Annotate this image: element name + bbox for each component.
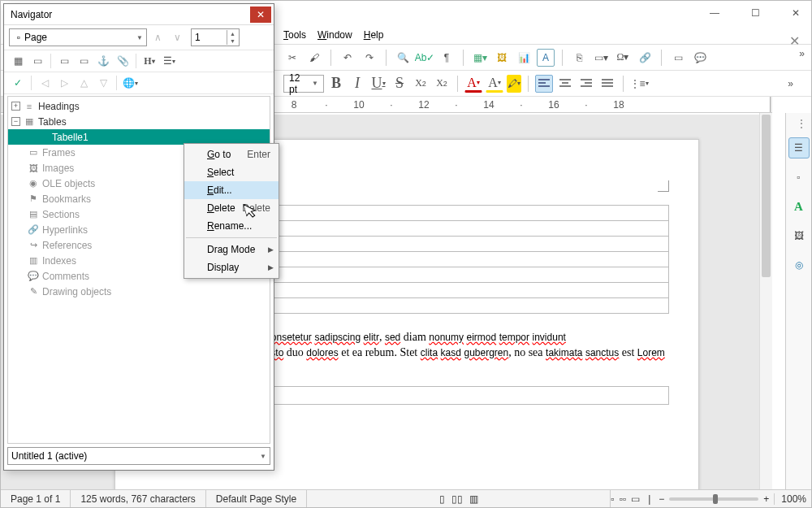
drag-mode-icon[interactable]: 🌐▾ (121, 74, 139, 92)
navigator-document-combo[interactable]: Untitled 1 (active)▼ (7, 447, 270, 465)
paintbrush-icon[interactable]: 🖌 (305, 49, 323, 67)
window-maximize-button[interactable]: ☐ (743, 3, 767, 23)
navigator-close-button[interactable]: ✕ (250, 7, 271, 23)
status-page[interactable]: Page 1 of 1 (1, 490, 71, 507)
status-view-multi-icon[interactable]: ▯▯ (451, 493, 463, 505)
heading-levels-icon[interactable]: H▾ (140, 52, 158, 70)
superscript-button[interactable]: X2 (412, 75, 430, 93)
menu-tools[interactable]: Tools (283, 29, 306, 41)
move-down-icon[interactable]: ▽ (94, 74, 112, 92)
sidebar-menu-icon[interactable]: ⋮ (797, 118, 811, 129)
tree-tables[interactable]: −▦ Tables (8, 114, 270, 129)
insert-chart-icon[interactable]: 📊 (515, 49, 533, 67)
formatting-marks-icon[interactable]: ¶ (438, 49, 456, 67)
window-minimize-button[interactable]: — (702, 3, 727, 23)
ctx-edit[interactable]: Edit... (184, 181, 279, 199)
properties-panel-icon[interactable]: ☰ (788, 137, 810, 158)
header-icon[interactable]: ▭ (55, 52, 73, 70)
layout-multi-icon[interactable]: ▫▫ (620, 493, 627, 505)
zoom-out-button[interactable]: − (659, 493, 664, 505)
special-char-icon[interactable]: Ω▾ (614, 49, 632, 67)
styles-panel-icon[interactable]: A (788, 196, 810, 217)
insert-image-icon[interactable]: 🖼 (493, 49, 511, 67)
menu-window[interactable]: Window (317, 29, 352, 41)
zoom-percent[interactable]: 100% (774, 493, 806, 505)
font-size-value: 12 pt (289, 72, 309, 95)
context-menu: Go toEnter Select Edit... DeleteDelete R… (184, 143, 279, 279)
ruler-tick: · (310, 99, 343, 111)
justify-button[interactable] (598, 75, 616, 93)
footer-icon[interactable]: ▭ (75, 52, 93, 70)
reminder-icon[interactable]: 📎 (114, 52, 132, 70)
ruler-tick: 8 (278, 99, 310, 111)
align-left-button[interactable] (535, 75, 553, 93)
page-break-icon[interactable]: ⎘ (570, 49, 588, 67)
char-highlight-button[interactable]: A▾ (486, 75, 503, 93)
menu-help[interactable]: Help (364, 29, 384, 41)
list-box-icon[interactable]: ☰▾ (160, 52, 178, 70)
window-close-button[interactable]: ✕ (784, 3, 808, 23)
italic-button[interactable]: I (348, 75, 366, 93)
status-wordcount[interactable]: 125 words, 767 characters (71, 490, 205, 507)
align-right-button[interactable] (577, 75, 595, 93)
tree-headings[interactable]: +≡ Headings (8, 98, 270, 114)
insert-field-icon[interactable]: ▭▾ (592, 49, 610, 67)
toolbar-more-icon[interactable]: » (799, 48, 805, 59)
ruler-tick: · (375, 99, 408, 111)
redo-icon[interactable]: ↷ (361, 49, 378, 67)
toggle-master-icon[interactable]: ▭ (28, 52, 46, 70)
anchor-icon[interactable]: ⚓ (94, 52, 112, 70)
font-size-combo[interactable]: 12 pt▼ (283, 75, 324, 93)
comment-icon[interactable]: 💬 (691, 49, 709, 67)
status-pagestyle[interactable]: Default Page Style (206, 490, 307, 507)
ruler-tick: 12 (408, 99, 440, 111)
move-up-icon[interactable]: △ (75, 74, 93, 92)
ruler-tick: 18 (603, 99, 635, 111)
navigator-titlebar[interactable]: Navigator ✕ (4, 4, 274, 25)
ctx-select[interactable]: Select (184, 163, 279, 181)
zoom-slider[interactable] (669, 497, 758, 501)
nav-prev-button[interactable]: ∧ (149, 28, 166, 46)
footnote-icon[interactable]: ▭ (669, 49, 687, 67)
tree-drawing[interactable]: ✎Drawing objects (8, 284, 270, 299)
hyperlink-icon[interactable]: 🔗 (636, 49, 654, 67)
move-right-icon[interactable]: ▷ (55, 74, 73, 92)
align-center-button[interactable] (556, 75, 574, 93)
layout-book-icon[interactable]: ▭ (631, 493, 640, 505)
cut-icon[interactable]: ✂ (283, 49, 301, 67)
vertical-scrollbar[interactable] (759, 113, 772, 489)
insert-table-icon[interactable]: ▦▾ (471, 49, 489, 67)
undo-icon[interactable]: ↶ (339, 49, 356, 67)
ctx-delete[interactable]: DeleteDelete (184, 199, 279, 217)
navigator-panel-icon[interactable]: ◎ (788, 254, 810, 276)
subscript-button[interactable]: X2 (433, 75, 451, 93)
find-icon[interactable]: 🔍 (394, 49, 412, 67)
page-number-spinner[interactable]: 1 ▲▼ (191, 28, 240, 46)
strike-button[interactable]: S (391, 75, 408, 93)
ctx-goto[interactable]: Go toEnter (184, 145, 279, 163)
gallery-panel-icon[interactable]: 🖼 (788, 225, 810, 246)
insert-textbox-icon[interactable]: A (537, 49, 555, 67)
navigation-category-combo[interactable]: ▫ Page▼ (9, 28, 147, 46)
ctx-rename[interactable]: Rename... (184, 217, 279, 235)
content-view-icon[interactable]: ▦ (9, 52, 27, 70)
move-left-icon[interactable]: ◁ (36, 74, 54, 92)
zoom-in-button[interactable]: + (763, 493, 769, 505)
layout-single-icon[interactable]: ▫ (611, 493, 614, 505)
bold-button[interactable]: B (327, 75, 345, 93)
bullets-button[interactable]: ⋮≡▾ (630, 75, 648, 93)
status-view-book-icon[interactable]: ▥ (469, 493, 478, 505)
nav-next-button[interactable]: ∨ (168, 28, 186, 46)
underline-button[interactable]: U▾ (369, 75, 387, 93)
promote-chapter-icon[interactable]: ✓ (9, 74, 27, 92)
formatting-more-icon[interactable]: » (788, 78, 793, 89)
font-color-button[interactable]: A▾ (464, 75, 482, 93)
highlight-button[interactable]: 🖍▾ (507, 75, 521, 93)
ruler-tick: 10 (343, 99, 375, 111)
document-close-button[interactable]: ✕ (789, 33, 800, 49)
spellcheck-icon[interactable]: Ab✓ (416, 49, 434, 67)
page-panel-icon[interactable]: ▫ (788, 167, 810, 188)
ctx-dragmode[interactable]: Drag Mode▶ (184, 241, 279, 258)
ctx-display[interactable]: Display▶ (184, 258, 279, 276)
status-view-single-icon[interactable]: ▯ (439, 493, 445, 505)
